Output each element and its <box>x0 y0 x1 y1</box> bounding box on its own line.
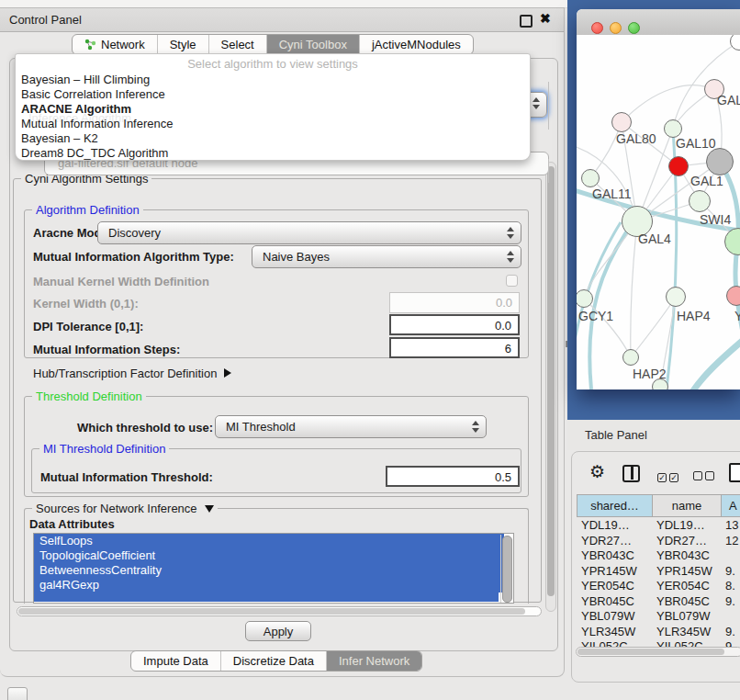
tab-network[interactable]: Network <box>73 35 157 54</box>
network-node[interactable] <box>664 119 682 138</box>
table-row[interactable]: YDR27…YDR27…12 <box>571 533 740 548</box>
collapse-down-icon <box>205 505 214 513</box>
mi-threshold-group-title: MI Threshold Definition <box>39 442 169 456</box>
table-cell: YLR345W <box>656 624 711 639</box>
which-threshold-select[interactable]: MI Threshold <box>215 415 487 438</box>
column-header-shared-name[interactable]: shared… <box>577 494 653 517</box>
list-vertical-scrollbar[interactable] <box>500 535 512 603</box>
group-border-fragment <box>548 82 549 130</box>
scrollbar-thumb[interactable] <box>547 166 555 596</box>
table-row[interactable]: YLR345WYLR345W9. <box>571 624 740 639</box>
tab-cyni-toolbox[interactable]: Cyni Toolbox <box>266 35 359 54</box>
column-header-name[interactable]: name <box>652 494 722 517</box>
float-window-icon[interactable] <box>520 15 533 28</box>
network-node[interactable] <box>622 349 639 366</box>
gear-icon[interactable]: ⚙ <box>589 461 605 482</box>
scrollbar-thumb[interactable] <box>577 649 724 655</box>
mi-threshold-field[interactable]: 0.5 <box>386 466 520 487</box>
table-rows-overlay: YDL19…YDL19…13YDR27…YDR27…12YBR043CYBR04… <box>571 517 740 647</box>
table-row[interactable]: YBR045CYBR045C9. <box>571 593 740 609</box>
mi-algorithm-type-label: Mutual Information Algorithm Type: <box>33 250 234 264</box>
aracne-mode-select[interactable]: Discovery <box>97 221 521 244</box>
dropdown-item[interactable]: Mutual Information Inference <box>19 117 526 131</box>
node-label: HAP4 <box>677 309 711 323</box>
close-icon[interactable]: ✖ <box>540 11 551 26</box>
network-node-selected[interactable] <box>668 156 689 176</box>
dpi-tolerance-field[interactable]: 0.0 <box>389 314 520 335</box>
dropdown-item[interactable]: Bayesian – K2 <box>19 131 526 146</box>
select-all-checkboxes-icon[interactable]: ✓✓ <box>657 469 681 483</box>
table-cell: YPR145W <box>656 563 712 579</box>
tab-infer-network[interactable]: Infer Network <box>326 651 421 671</box>
table-row[interactable]: YBL079WYBL079W <box>571 608 740 624</box>
sources-group-title[interactable]: Sources for Network Inference <box>32 502 218 515</box>
table-panel-title: Table Panel <box>585 428 647 442</box>
table-row[interactable]: YER054CYER054C8. <box>571 578 740 593</box>
network-node[interactable] <box>726 286 740 306</box>
table-cell: YBL079W <box>656 608 711 624</box>
stepper-icon <box>507 227 515 240</box>
list-item[interactable]: TopologicalCoefficient <box>34 548 504 563</box>
table-cell: 9. <box>725 563 735 579</box>
expand-right-icon <box>224 368 231 378</box>
dropdown-item[interactable]: Basic Correlation Inference <box>19 87 526 102</box>
table-panel-titlebar: Table Panel <box>567 420 740 450</box>
network-node[interactable] <box>706 148 734 175</box>
column-header-partial[interactable]: A <box>721 494 740 517</box>
deselect-all-checkboxes-icon[interactable] <box>693 469 717 483</box>
group-border-fragment <box>548 159 549 183</box>
apply-button[interactable]: Apply <box>245 621 311 641</box>
columns-icon[interactable] <box>622 465 640 482</box>
network-node[interactable] <box>581 169 600 187</box>
settings-horizontal-scrollbar[interactable] <box>17 606 542 616</box>
stepper-icon <box>472 421 480 434</box>
table-row[interactable]: YDL19…YDL19…13 <box>571 517 740 533</box>
dpi-tolerance-label: DPI Tolerance [0,1]: <box>33 320 143 333</box>
scrollbar-thumb[interactable] <box>18 608 525 615</box>
table-cell: YBR043C <box>581 548 634 563</box>
list-item[interactable]: gal4RGexp <box>34 578 504 593</box>
network-node[interactable] <box>611 112 632 132</box>
table-row[interactable]: YBR043CYBR043C <box>571 548 740 563</box>
close-traffic-light[interactable] <box>591 22 603 34</box>
settings-vertical-scrollbar[interactable] <box>545 162 556 612</box>
tab-select[interactable]: Select <box>208 35 266 54</box>
dropdown-item[interactable]: Dream8 DC_TDC Algorithm <box>19 146 526 161</box>
table-horizontal-scrollbar[interactable] <box>576 647 740 657</box>
cytopanel-tab-bar: Network Style Select Cyni Toolbox jActiv… <box>72 34 474 55</box>
dropdown-item[interactable]: Bayesian – Hill Climbing <box>19 73 526 87</box>
tab-discretize-data[interactable]: Discretize Data <box>220 651 326 671</box>
manual-kernel-checkbox[interactable] <box>506 275 518 287</box>
table-cell: YDR27… <box>581 533 632 548</box>
list-item[interactable]: BetweennessCentrality <box>34 563 504 578</box>
table-cell: 12 <box>725 533 738 548</box>
node-label: GAL4 <box>638 231 671 246</box>
mi-threshold-label: Mutual Information Threshold: <box>40 470 213 484</box>
table-row[interactable]: YIL052CYIL052C9 <box>571 638 740 647</box>
mi-steps-field[interactable]: 6 <box>389 337 520 358</box>
hub-definition-expander[interactable]: Hub/Transcription Factor Definition <box>33 367 231 380</box>
bottom-left-button[interactable] <box>7 687 28 700</box>
mi-algorithm-type-select[interactable]: Naive Bayes <box>252 245 521 268</box>
list-item[interactable]: SelfLoops <box>34 534 504 548</box>
cyni-bottom-tab-bar: Impute Data Discretize Data Infer Networ… <box>130 650 422 672</box>
data-attributes-label: Data Attributes <box>29 517 115 531</box>
network-node[interactable] <box>689 190 711 212</box>
desktop-background: GAL GAL80 GAL10 GAL1 GAL11 GAL4 SWI4 GCY… <box>567 0 740 420</box>
zoom-traffic-light[interactable] <box>628 22 640 34</box>
tab-style[interactable]: Style <box>157 35 208 54</box>
export-table-icon[interactable] <box>729 463 740 482</box>
node-label: GAL <box>717 93 740 107</box>
panel-title: Control Panel <box>9 13 82 27</box>
threshold-definition-title: Threshold Definition <box>32 390 146 403</box>
table-row[interactable]: YPR145WYPR145W9. <box>571 563 740 579</box>
dropdown-item-selected[interactable]: ARACNE Algorithm <box>19 102 526 117</box>
kernel-width-field[interactable]: 0.0 <box>389 292 520 313</box>
network-node[interactable] <box>666 287 686 307</box>
tab-jactivemnodules[interactable]: jActiveMNodules <box>359 35 473 54</box>
kernel-width-label: Kernel Width (0,1): <box>33 297 139 310</box>
list-item-partial[interactable] <box>34 593 499 602</box>
network-canvas[interactable]: GAL GAL80 GAL10 GAL1 GAL11 GAL4 SWI4 GCY… <box>577 35 740 390</box>
minimize-traffic-light[interactable] <box>610 22 622 34</box>
tab-impute-data[interactable]: Impute Data <box>131 651 220 671</box>
